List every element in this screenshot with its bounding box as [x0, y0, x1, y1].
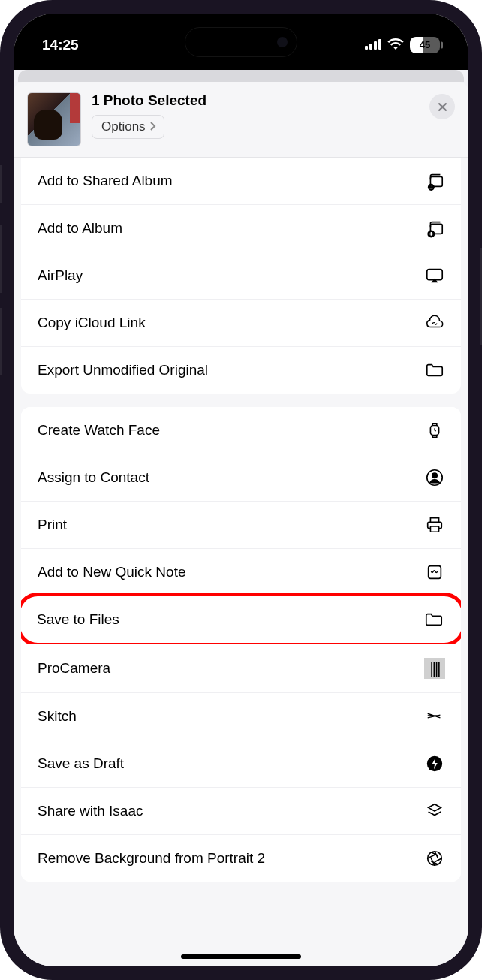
procamera-icon: |||| [423, 658, 446, 679]
action-group-2: Create Watch Face Assign to Contact Prin… [21, 407, 461, 882]
phone-screen: 14:25 45 1 Photo Selected [14, 14, 468, 966]
phone-frame: 14:25 45 1 Photo Selected [0, 0, 482, 980]
watch-icon [423, 421, 446, 440]
background-sheet-hint [18, 70, 464, 82]
action-save-to-files[interactable]: Save to Files [21, 593, 461, 647]
action-label: Share with Isaac [38, 803, 143, 819]
action-label: Remove Background from Portrait 2 [38, 850, 265, 867]
close-button[interactable] [429, 94, 455, 119]
cellular-icon [365, 37, 381, 53]
svg-rect-1 [369, 44, 372, 50]
options-label: Options [101, 119, 146, 134]
action-save-draft[interactable]: Save as Draft [21, 740, 461, 787]
svg-rect-9 [427, 270, 442, 280]
action-group-1: Add to Shared Album Add to Album AirPlay [14, 158, 468, 394]
sheet-title: 1 Photo Selected [92, 92, 419, 109]
svg-point-12 [432, 473, 438, 478]
action-remove-background[interactable]: Remove Background from Portrait 2 [21, 834, 461, 882]
action-assign-contact[interactable]: Assign to Contact [21, 454, 461, 501]
action-label: Add to Album [38, 220, 122, 237]
action-label: ProCamera [38, 660, 110, 677]
action-print[interactable]: Print [21, 501, 461, 548]
action-label: Skitch [38, 708, 77, 725]
svg-rect-2 [374, 41, 377, 50]
action-add-shared-album[interactable]: Add to Shared Album [21, 158, 461, 204]
skitch-icon [423, 707, 446, 726]
album-icon [423, 219, 446, 238]
svg-rect-3 [378, 39, 381, 50]
airplay-icon [423, 266, 446, 285]
action-label: Add to New Quick Note [38, 564, 185, 580]
action-label: Add to Shared Album [38, 173, 173, 189]
action-label: Assign to Contact [38, 469, 149, 486]
folder-icon [423, 610, 445, 629]
dynamic-island [185, 27, 297, 57]
share-sheet: 1 Photo Selected Options Add t [14, 82, 468, 966]
svg-rect-15 [429, 566, 441, 579]
home-indicator[interactable] [181, 954, 301, 959]
photo-thumbnail[interactable] [27, 92, 81, 146]
chevron-right-icon [149, 119, 156, 134]
shared-album-icon [423, 171, 446, 191]
status-time: 14:25 [42, 37, 79, 53]
action-skitch[interactable]: Skitch [21, 692, 461, 740]
action-share-isaac[interactable]: Share with Isaac [21, 787, 461, 834]
action-label: Create Watch Face [38, 422, 160, 439]
wifi-icon [387, 37, 404, 53]
action-label: Save to Files [37, 611, 119, 628]
action-create-watch-face[interactable]: Create Watch Face [21, 407, 461, 454]
print-icon [423, 515, 446, 535]
svg-rect-14 [430, 526, 438, 532]
action-label: Export Unmodified Original [38, 362, 208, 378]
action-copy-icloud-link[interactable]: Copy iCloud Link [21, 299, 461, 346]
action-add-album[interactable]: Add to Album [21, 204, 461, 252]
options-button[interactable]: Options [92, 115, 164, 139]
action-quick-note[interactable]: Add to New Quick Note [21, 548, 461, 596]
status-bar: 14:25 45 [14, 14, 468, 70]
svg-rect-0 [365, 46, 368, 50]
action-label: AirPlay [38, 267, 83, 284]
actions-scroll[interactable]: Add to Shared Album Add to Album AirPlay [14, 158, 468, 966]
action-label: Print [38, 517, 67, 533]
quick-note-icon [423, 562, 446, 582]
action-airplay[interactable]: AirPlay [21, 252, 461, 299]
folder-icon [423, 360, 446, 380]
contact-icon [423, 468, 446, 487]
action-label: Copy iCloud Link [38, 315, 146, 331]
action-label: Save as Draft [38, 755, 124, 772]
aperture-icon [423, 849, 446, 868]
bolt-icon [423, 754, 446, 773]
action-procamera[interactable]: ProCamera |||| [21, 644, 461, 692]
battery-icon: 45 [410, 37, 440, 53]
icloud-link-icon [423, 313, 446, 333]
action-export-unmodified[interactable]: Export Unmodified Original [21, 346, 461, 394]
share-sheet-header: 1 Photo Selected Options [14, 82, 468, 158]
stack-icon [423, 801, 446, 821]
